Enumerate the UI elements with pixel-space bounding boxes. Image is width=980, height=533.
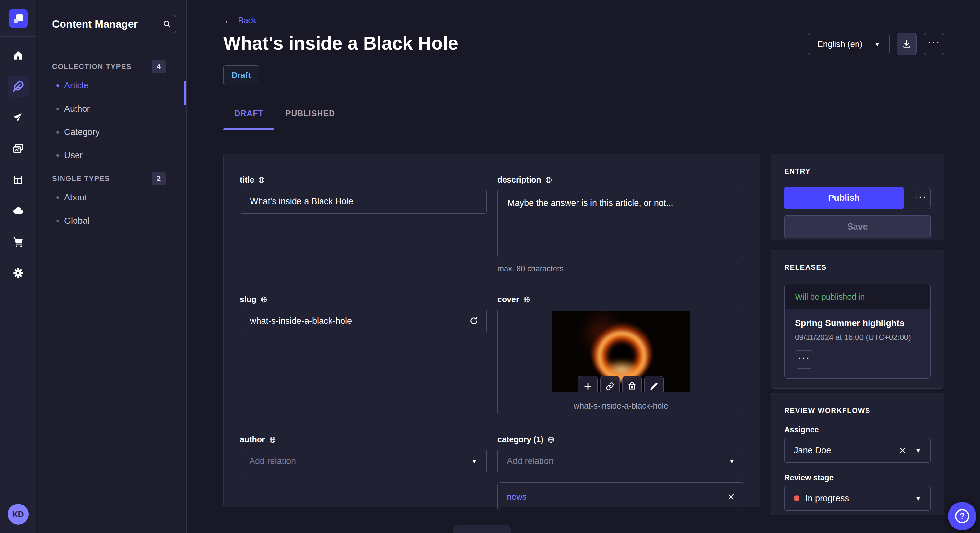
- category-relation-select[interactable]: Add relation ▼: [498, 449, 745, 473]
- field-slug: slug: [240, 295, 487, 414]
- remove-relation-button[interactable]: [727, 493, 735, 501]
- content-manager-sidebar: Content Manager COLLECTION TYPES 4 Artic…: [37, 0, 187, 533]
- clear-assignee-button[interactable]: [898, 446, 907, 455]
- field-author: author Add relation ▼: [240, 435, 487, 511]
- trash-icon: [628, 382, 636, 390]
- back-arrow-icon: ←: [223, 16, 233, 25]
- regenerate-slug-button[interactable]: [469, 316, 478, 325]
- settings-gear-icon[interactable]: [8, 263, 29, 283]
- cover-caption: what-s-inside-a-black-hole: [498, 401, 744, 411]
- media-library-icon[interactable]: [8, 138, 29, 159]
- releases-panel-title: RELEASES: [784, 263, 931, 272]
- edit-form-card: title description Maybe the answer is in…: [223, 154, 760, 508]
- sidebar-item-category[interactable]: Category: [37, 121, 186, 144]
- author-relation-select[interactable]: Add relation ▼: [240, 449, 487, 473]
- entry-more-button[interactable]: ···: [911, 187, 931, 209]
- field-title: title: [240, 175, 487, 273]
- download-icon: [902, 40, 911, 49]
- sidebar-item-user[interactable]: User: [37, 144, 186, 167]
- search-button[interactable]: [158, 15, 176, 33]
- add-media-button[interactable]: [578, 376, 598, 392]
- strapi-logo[interactable]: [9, 9, 27, 28]
- entry-panel-title: ENTRY: [784, 167, 931, 176]
- sidebar-item-global[interactable]: Global: [37, 209, 186, 233]
- localized-globe-icon: [545, 176, 552, 184]
- localized-globe-icon: [258, 176, 265, 184]
- field-description: description Maybe the answer is in this …: [498, 175, 745, 273]
- stage-status-dot: [794, 495, 800, 501]
- user-avatar[interactable]: KD: [8, 504, 29, 525]
- review-stage-label: Review stage: [784, 473, 931, 482]
- home-icon[interactable]: [8, 45, 29, 66]
- section-label: SINGLE TYPES: [52, 174, 110, 183]
- title-input[interactable]: [240, 189, 487, 214]
- sidebar-item-article[interactable]: Article: [37, 74, 186, 97]
- page-title: What's inside a Black Hole: [223, 32, 458, 54]
- collection-types-section: COLLECTION TYPES 4 Article Author Catego…: [37, 60, 186, 167]
- category-relation-item: news: [498, 482, 745, 511]
- single-types-section: SINGLE TYPES 2 About Global: [37, 171, 186, 233]
- divider: [52, 45, 68, 45]
- release-name: Spring Summer highlights: [795, 318, 920, 328]
- pencil-icon: [650, 382, 658, 390]
- link-icon: [606, 382, 614, 390]
- sidebar-scrollbar[interactable]: [184, 81, 186, 105]
- export-button[interactable]: [897, 33, 917, 55]
- relation-news-link[interactable]: news: [507, 492, 527, 502]
- localized-globe-icon: [269, 436, 276, 443]
- assignee-label: Assignee: [784, 425, 931, 434]
- delete-media-button[interactable]: [622, 376, 642, 392]
- sidebar-title: Content Manager: [52, 18, 138, 30]
- releases-icon[interactable]: [8, 107, 29, 128]
- close-icon: [898, 446, 907, 455]
- description-textarea[interactable]: Maybe the answer is in this article, or …: [498, 189, 745, 257]
- edit-media-button[interactable]: [644, 376, 664, 392]
- description-hint: max. 80 characters: [498, 264, 745, 273]
- content-type-builder-icon[interactable]: [8, 169, 29, 190]
- cover-image-black-hole: [552, 311, 690, 392]
- localized-globe-icon: [547, 436, 555, 443]
- header-more-button[interactable]: ···: [924, 33, 944, 55]
- tab-published[interactable]: PUBLISHED: [275, 104, 346, 130]
- review-stage-select[interactable]: In progress ▼: [784, 486, 931, 511]
- status-badge: Draft: [223, 65, 259, 85]
- tab-draft[interactable]: DRAFT: [223, 104, 275, 130]
- count-badge: 4: [152, 60, 166, 73]
- field-cover: cover: [498, 295, 745, 414]
- icon-rail: KD: [0, 0, 36, 533]
- sidebar-item-author[interactable]: Author: [37, 97, 186, 121]
- release-date: 09/11/2024 at 16:00 (UTC+02:00): [795, 333, 920, 342]
- release-status: Will be published in: [784, 284, 931, 309]
- help-button[interactable]: ?: [948, 502, 977, 530]
- deploy-cloud-icon[interactable]: [8, 200, 29, 221]
- field-category: category (1) Add relation ▼ news: [498, 435, 745, 511]
- chevron-down-icon: ▼: [874, 41, 880, 47]
- review-workflows-panel: REVIEW WORKFLOWS Assignee Jane Doe ▼ Rev…: [771, 393, 944, 515]
- publish-button[interactable]: Publish: [784, 187, 904, 209]
- bottom-floating-pill[interactable]: [453, 525, 511, 533]
- localized-globe-icon: [260, 296, 267, 303]
- locale-select[interactable]: English (en) ▼: [808, 33, 889, 55]
- section-label: COLLECTION TYPES: [52, 62, 132, 71]
- save-button[interactable]: Save: [784, 215, 931, 238]
- assignee-combobox[interactable]: Jane Doe ▼: [784, 438, 931, 463]
- release-more-button[interactable]: ···: [795, 351, 813, 368]
- content-manager-icon[interactable]: [8, 76, 29, 97]
- chevron-down-icon: ▼: [915, 447, 921, 454]
- sidebar-item-about[interactable]: About: [37, 186, 186, 209]
- marketplace-cart-icon[interactable]: [8, 232, 29, 252]
- count-badge: 2: [152, 172, 166, 185]
- search-icon: [163, 20, 171, 28]
- back-link[interactable]: ← Back: [223, 16, 256, 25]
- chevron-down-icon: ▼: [471, 458, 477, 464]
- review-panel-title: REVIEW WORKFLOWS: [784, 406, 931, 415]
- entry-panel: ENTRY Publish ··· Save: [771, 154, 944, 240]
- cover-media-box: what-s-inside-a-black-hole: [498, 309, 745, 414]
- chevron-down-icon: ▼: [915, 495, 921, 501]
- question-mark-icon: ?: [955, 509, 969, 523]
- localized-globe-icon: [523, 296, 530, 303]
- release-card: Will be published in Spring Summer highl…: [784, 284, 931, 379]
- releases-panel: RELEASES Will be published in Spring Sum…: [771, 250, 944, 389]
- slug-input[interactable]: [240, 309, 487, 333]
- copy-link-button[interactable]: [600, 376, 620, 392]
